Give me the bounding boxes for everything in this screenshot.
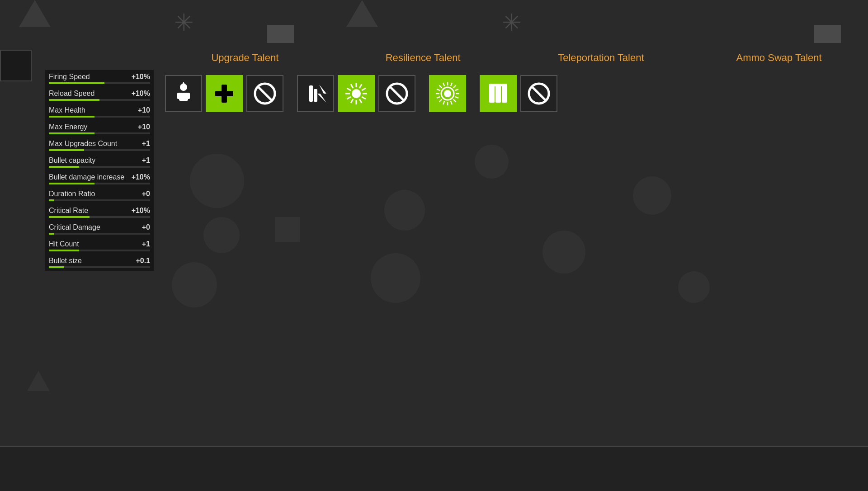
svg-point-11 [352,89,361,98]
stat-item-max-energy[interactable]: Max Energy +10 [45,120,154,137]
stat-name: Max Energy [49,123,87,131]
stat-row: Max Health +10 [49,106,150,114]
circle-deco [633,176,671,215]
stat-bar-container [49,99,150,101]
stat-name: Critical Rate [49,207,88,215]
stat-row: Bullet capacity +1 [49,156,150,165]
stat-value: +10 [138,123,150,131]
stat-item-duration-ratio[interactable]: Duration Ratio +0 [45,187,154,204]
stat-bar-container [49,233,150,235]
stat-list: Firing Speed +10% Reload Speed +10% Max … [45,70,154,271]
stat-name: Firing Speed [49,73,90,81]
stat-bar [49,216,90,218]
stat-value: +1 [142,156,150,165]
svg-line-8 [258,86,272,101]
stat-item-max-health[interactable]: Max Health +10 [45,104,154,120]
talent-icon-ammo-block[interactable] [520,75,557,112]
circle-deco [190,154,244,208]
stat-row: Reload Speed +10% [49,90,150,98]
stat-row: Critical Damage +0 [49,223,150,231]
svg-rect-44 [489,85,495,103]
stat-bar-container [49,166,150,168]
stat-item-bullet-size[interactable]: Bullet size +0.1 [45,254,154,271]
circle-deco [384,190,425,231]
talent-icons-row [156,71,868,117]
stat-bar [49,82,104,84]
svg-rect-2 [177,93,181,99]
svg-rect-10 [314,89,317,102]
stat-name: Max Upgrades Count [49,140,117,148]
back-button[interactable] [0,50,32,81]
stat-item-bullet-damage-increase[interactable]: Bullet damage increase +10% [45,170,154,187]
stat-item-max-upgrades-count[interactable]: Max Upgrades Count +1 [45,137,154,154]
talent-tab-ammo_swap[interactable]: Ammo Swap Talent [690,45,868,71]
stat-value: +10% [132,173,150,181]
stat-name: Hit Count [49,240,79,248]
stat-bar-container [49,132,150,134]
stat-bar [49,149,84,151]
svg-line-20 [351,84,353,88]
svg-line-43 [455,89,458,90]
svg-line-41 [451,83,452,86]
circle-deco [678,271,710,303]
star-deco: ✳ [502,9,522,36]
stat-item-hit-count[interactable]: Hit Count +1 [45,237,154,254]
stat-name: Critical Damage [49,223,100,231]
talent-icon-ammo-mag[interactable] [480,75,517,112]
svg-line-23 [362,88,366,90]
stat-bar [49,250,79,251]
stat-item-critical-rate[interactable]: Critical Rate +10% [45,204,154,221]
stat-row: Max Energy +10 [49,123,150,131]
triangle-deco [27,371,50,391]
svg-rect-9 [309,85,313,102]
stat-item-bullet-capacity[interactable]: Bullet capacity +1 [45,154,154,170]
circle-deco [542,231,585,274]
stat-name: Bullet damage increase [49,173,124,181]
svg-line-49 [532,86,546,101]
stat-bar-container [49,82,150,84]
svg-line-13 [362,97,366,99]
stat-bar-container [49,266,150,268]
svg-marker-4 [181,82,186,86]
stat-row: Firing Speed +10% [49,73,150,81]
talent-icon-resilience-charge[interactable] [297,75,334,112]
stat-row: Bullet damage increase +10% [49,173,150,181]
stat-bar [49,266,64,268]
stat-row: Duration Ratio +0 [49,190,150,198]
stat-bar-container [49,116,150,118]
talent-icon-upgrade-green[interactable] [206,75,243,112]
svg-line-16 [351,99,353,103]
stat-row: Bullet size +0.1 [49,257,150,265]
talent-group-upgrade [165,75,283,112]
stat-name: Bullet capacity [49,156,95,165]
talent-tabs: Upgrade TalentResilience TalentTeleporta… [156,45,868,71]
stat-bar-container [49,216,150,218]
stat-name: Bullet size [49,257,82,265]
stat-bar-container [49,149,150,151]
svg-point-26 [444,90,451,97]
talent-group-resilience [297,75,415,112]
circle-deco [172,262,217,307]
header [0,0,868,13]
talent-icon-resilience-block[interactable] [378,75,415,112]
stat-value: +10% [132,73,150,81]
svg-line-39 [443,83,444,86]
stat-bar [49,166,79,168]
talent-icon-upgrade-player[interactable] [165,75,202,112]
svg-line-29 [455,97,458,98]
stat-item-firing-speed[interactable]: Firing Speed +10% [45,70,154,87]
talent-icon-teleport-burst[interactable] [429,75,466,112]
stat-name: Duration Ratio [49,190,95,198]
stat-bar-container [49,183,150,184]
stat-item-critical-damage[interactable]: Critical Damage +0 [45,221,154,237]
talent-tab-resilience[interactable]: Resilience Talent [334,45,512,71]
talent-tab-upgrade[interactable]: Upgrade Talent [156,45,334,71]
talent-area: Upgrade TalentResilience TalentTeleporta… [156,45,868,117]
stat-item-reload-speed[interactable]: Reload Speed +10% [45,87,154,104]
talent-icon-upgrade-block[interactable] [246,75,283,112]
svg-line-22 [359,84,362,88]
talent-icon-resilience-burst[interactable] [338,75,375,112]
stat-bar [49,132,94,134]
talent-tab-teleportation[interactable]: Teleportation Talent [512,45,690,71]
stat-name: Reload Speed [49,90,94,98]
